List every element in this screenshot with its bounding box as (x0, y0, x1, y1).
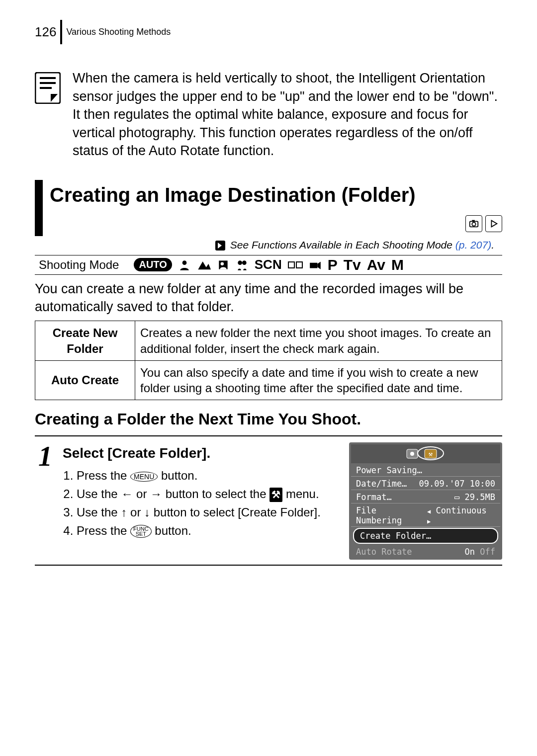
lcd-row: Auto RotateOn Off (351, 545, 500, 558)
svg-marker-9 (198, 261, 211, 269)
lcd-tabs: ⚒ (351, 444, 500, 463)
arrow-icon (215, 241, 225, 251)
lcd-row: Power Saving… (351, 463, 500, 477)
mode-scn-icon: SCN (255, 257, 282, 272)
step-title: Select [Create Folder]. (63, 445, 341, 461)
arrow-up-icon: ↑ (121, 505, 127, 519)
svg-rect-6 (472, 220, 475, 221)
svg-rect-14 (288, 262, 294, 268)
main-heading-block: Creating an Image Destination (Folder) (35, 180, 502, 236)
see-page-link[interactable]: (p. 207) (455, 239, 491, 251)
table-row: Auto Create You can also specify a date … (35, 360, 502, 400)
funcset-button-icon: FUNCSET (130, 525, 152, 538)
mode-tv-icon: Tv (344, 256, 361, 273)
lcd-row: Date/Time…09.09.'07 10:00 (351, 477, 500, 490)
chevron-right-icon: ▶ (427, 518, 431, 525)
step-item: Press the FUNCSET button. (77, 522, 341, 540)
step-item: Press the MENU button. (77, 467, 341, 485)
card-icon: ▭ (454, 492, 459, 502)
table-row: Create New Folder Creates a new folder t… (35, 321, 502, 360)
page-header: 126 Various Shooting Methods (35, 20, 502, 44)
mode-m-icon: M (391, 256, 404, 273)
see-reference: See Functions Available in Each Shooting… (35, 239, 494, 251)
arrow-down-icon: ↓ (144, 505, 150, 519)
see-prefix: See (230, 239, 252, 251)
lcd-screenshot: ⚒ Power Saving… Date/Time…09.09.'07 10:0… (349, 442, 502, 560)
mode-movie-icon (309, 258, 322, 271)
orientation-icon (35, 72, 61, 104)
svg-marker-17 (317, 261, 321, 269)
svg-rect-16 (310, 262, 317, 268)
svg-point-11 (220, 262, 224, 265)
svg-marker-7 (491, 220, 497, 227)
shooting-mode-row: Shooting Mode AUTO SCN P Tv (35, 255, 502, 275)
shooting-mode-icons: AUTO SCN P Tv Av M (134, 256, 404, 273)
step-number: 1 (35, 442, 56, 560)
mode-stitch-icon (288, 259, 303, 271)
mode-landscape-icon (197, 258, 211, 271)
svg-text:⚒: ⚒ (429, 450, 433, 458)
mode-portrait-icon (178, 258, 191, 271)
svg-point-13 (242, 260, 247, 265)
page-number: 126 (35, 20, 62, 44)
arrow-left-icon: ← (121, 487, 133, 501)
step-item: Use the ← or → button to select the ⚒ me… (77, 486, 341, 503)
lcd-row: Format…▭ 29.5MB (351, 490, 500, 504)
arrow-right-icon: → (150, 487, 162, 501)
svg-point-8 (182, 260, 186, 265)
option-desc: Creates a new folder the next time you s… (135, 321, 502, 360)
step-item: Use the ↑ or ↓ button to select [Create … (77, 504, 341, 521)
svg-point-5 (472, 222, 475, 226)
step-block: 1 Select [Create Folder]. Press the MENU… (35, 435, 502, 566)
option-label: Auto Create (35, 360, 135, 400)
mode-av-icon: Av (367, 256, 385, 273)
main-heading: Creating an Image Destination (Folder) (50, 184, 502, 206)
shooting-mode-label: Shooting Mode (39, 258, 119, 272)
tools-menu-icon: ⚒ (269, 488, 282, 502)
menu-button-icon: MENU (130, 472, 158, 482)
orientation-note-text: When the camera is held vertically to sh… (73, 69, 502, 160)
mode-auto-icon: AUTO (134, 258, 172, 271)
heading-mode-icons (465, 215, 502, 232)
svg-point-19 (410, 452, 414, 456)
subheading: Creating a Folder the Next Time You Shoo… (35, 410, 502, 428)
mode-kids-pets-icon (236, 258, 249, 271)
section-title: Various Shooting Methods (66, 27, 171, 37)
option-desc: You can also specify a date and time if … (135, 360, 502, 400)
svg-point-12 (238, 260, 242, 265)
playback-mode-icon (485, 215, 502, 232)
still-mode-icon (465, 215, 482, 232)
intro-paragraph: You can create a new folder at any time … (35, 280, 502, 316)
option-label: Create New Folder (35, 321, 135, 360)
options-table: Create New Folder Creates a new folder t… (35, 321, 502, 400)
svg-rect-15 (296, 262, 302, 268)
chevron-left-icon: ◀ (427, 508, 431, 515)
mode-night-icon (217, 258, 230, 271)
mode-p-icon: P (328, 256, 338, 273)
lcd-row-highlight: Create Folder… (353, 528, 498, 544)
see-title: Functions Available in Each Shooting Mod… (252, 239, 452, 251)
step-list: Press the MENU button. Use the ← or → bu… (63, 467, 341, 539)
orientation-note: When the camera is held vertically to sh… (35, 69, 502, 160)
lcd-row: File Numbering◀ Continuous ▶ (351, 504, 500, 527)
